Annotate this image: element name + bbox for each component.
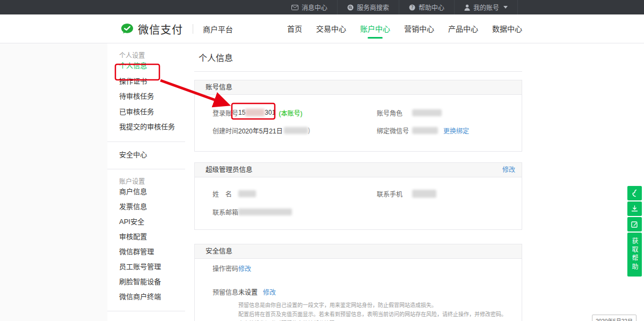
utility-topbar: 消息中心 服务商搜索 ? 帮助中心 我的账号	[0, 0, 644, 14]
super-admin-section: 超级管理员信息 修改 姓 名 联系手机 联系邮箱	[194, 162, 522, 230]
account-info-section-title: 账号信息	[206, 80, 232, 94]
redacted-contact-phone	[412, 190, 436, 198]
account-role-label: 账号角色	[377, 108, 412, 117]
edit-icon	[631, 221, 638, 228]
sidebar-item-merchant-terminal[interactable]: 微信商户终端	[107, 289, 185, 304]
topbar-service-search[interactable]: 服务商搜索	[337, 0, 399, 14]
help-icon: ?	[409, 4, 415, 11]
page-title: 个人信息	[194, 43, 522, 72]
feedback-button[interactable]	[627, 217, 642, 232]
site-header: 微信支付 商户平台 首页 交易中心 账户中心 营销中心 产品中心 数据中心	[0, 14, 644, 43]
sidebar-group-title-account: 账户设置	[107, 169, 185, 184]
hotline-button[interactable]	[627, 186, 642, 200]
primary-nav: 首页 交易中心 账户中心 营销中心 产品中心 数据中心	[287, 14, 522, 43]
nav-marketing-center[interactable]: 营销中心	[404, 14, 434, 43]
created-time-value: 2020年5月21日)	[238, 126, 310, 135]
login-account-label: 登录账号	[213, 108, 238, 117]
reserve-desc-line-2: 配置后将在首页及充值页面显示。若未看到预留信息，表明当前访问的网站存在风险，请终…	[238, 310, 522, 319]
redacted-wechat-id	[412, 127, 438, 134]
admin-name-label: 姓 名	[213, 189, 238, 198]
brand[interactable]: 微信支付 商户平台	[121, 14, 233, 43]
account-info-section: 账号信息 登录账号 15301 (本账号) 账号角色 创建时间	[194, 80, 522, 152]
main-content: 个人信息 账号信息 登录账号 15301 (本账号) 账号角色	[194, 43, 522, 321]
created-time-label: 创建时间	[213, 126, 238, 135]
sidebar-item-pending-tasks[interactable]: 待审核任务	[107, 89, 185, 104]
sidebar-item-api-security[interactable]: API安全	[107, 214, 185, 229]
security-info-section-title: 安全信息	[206, 244, 232, 258]
redacted-account-role	[412, 109, 442, 116]
merchant-platform-page: 消息中心 服务商搜索 ? 帮助中心 我的账号 微信支付 商户平台 首页 交易中心…	[0, 0, 644, 321]
topbar-item-label: 我的账号	[473, 3, 499, 12]
download-icon	[631, 205, 638, 212]
brand-name: 微信支付	[138, 21, 183, 37]
contact-phone-label: 联系手机	[377, 189, 412, 198]
login-account-value: 15301	[238, 109, 275, 116]
download-button[interactable]	[627, 201, 642, 216]
reserve-desc-line-1: 预留信息是由你自己设置的一段文字，用来鉴定网站身份，防止假冒网站造成损失。	[238, 301, 522, 310]
topbar-item-label: 帮助中心	[419, 3, 444, 12]
user-icon	[464, 4, 470, 11]
wechat-pay-logo-icon	[121, 23, 134, 35]
topbar-item-label: 消息中心	[302, 3, 327, 12]
search-icon	[347, 4, 354, 11]
svg-text:?: ?	[411, 5, 413, 10]
sidebar-divider	[107, 311, 185, 311]
hotline-icon	[631, 189, 638, 197]
reserve-info-description: 预留信息是由你自己设置的一段文字，用来鉴定网站身份，防止假冒网站造成损失。 配置…	[238, 301, 522, 321]
sidebar-item-my-submitted-tasks[interactable]: 我提交的审核任务	[107, 120, 185, 135]
redacted-created-time	[284, 127, 308, 134]
floating-help-bar: 获取帮助	[627, 186, 642, 277]
sidebar-item-face-devices[interactable]: 刷脸智能设备	[107, 274, 185, 289]
left-gutter	[0, 43, 107, 321]
super-admin-section-title: 超级管理员信息	[206, 163, 253, 177]
reserve-desc-line-3: 未安装操作证书时预留信息将被部分掩码。	[238, 319, 522, 321]
nav-product-center[interactable]: 产品中心	[448, 14, 478, 43]
sidebar-item-personal-info[interactable]: 个人信息	[107, 58, 185, 74]
sidebar-item-security-center[interactable]: 安全中心	[107, 147, 185, 163]
chevron-down-icon	[503, 6, 508, 9]
topbar-item-label: 服务商搜索	[357, 3, 389, 12]
redacted-contact-email	[238, 208, 292, 215]
topbar-help-center[interactable]: ? 帮助中心	[399, 0, 454, 14]
edit-admin-link[interactable]: 修改	[502, 163, 515, 177]
sidebar: 个人设置 个人信息 操作证书 待审核任务 已审核任务 我提交的审核任务 安全中心…	[107, 43, 185, 311]
reserve-info-value: 未设置	[238, 287, 258, 296]
nav-data-center[interactable]: 数据中心	[492, 14, 522, 43]
mail-icon	[291, 5, 298, 10]
sidebar-item-review-config[interactable]: 审核配置	[107, 229, 185, 244]
portal-name: 商户平台	[203, 24, 233, 34]
bound-wechat-label: 绑定微信号	[377, 126, 412, 135]
nav-account-center[interactable]: 账户中心	[360, 14, 390, 43]
contact-email-label: 联系邮箱	[213, 207, 238, 217]
date-tooltip: 2020年5月22日	[592, 315, 636, 321]
sidebar-item-wechat-group-mgmt[interactable]: 微信群管理	[107, 244, 185, 259]
operation-password-label: 操作密码	[213, 264, 238, 273]
security-info-section: 安全信息 操作密码 修改 预留信息 未设置 修改 预留信息是由你自己设置的一段文…	[194, 244, 522, 321]
change-binding-link[interactable]: 更换绑定	[443, 126, 469, 135]
topbar-my-account[interactable]: 我的账号	[454, 0, 518, 14]
sidebar-group-title-personal: 个人设置	[107, 43, 185, 58]
nav-home[interactable]: 首页	[287, 14, 302, 43]
brand-separator	[193, 24, 193, 34]
sidebar-item-operation-cert[interactable]: 操作证书	[107, 74, 185, 89]
sidebar-item-reviewed-tasks[interactable]: 已审核任务	[107, 104, 185, 120]
reserve-info-label: 预留信息	[213, 287, 238, 296]
edit-reserve-info-link[interactable]: 修改	[263, 287, 276, 296]
get-help-label: 获取帮助	[630, 237, 639, 272]
redacted-login-middle	[245, 109, 265, 116]
sidebar-item-invoice-info[interactable]: 发票信息	[107, 199, 185, 214]
get-help-button[interactable]: 获取帮助	[627, 233, 642, 277]
current-account-note: (本账号)	[279, 108, 302, 117]
redacted-admin-name	[238, 190, 256, 197]
topbar-message-center[interactable]: 消息中心	[282, 0, 337, 14]
sidebar-item-merchant-info[interactable]: 商户信息	[107, 184, 185, 199]
nav-transaction-center[interactable]: 交易中心	[316, 14, 346, 43]
sidebar-item-staff-account-mgmt[interactable]: 员工账号管理	[107, 259, 185, 274]
edit-password-link[interactable]: 修改	[238, 264, 251, 273]
